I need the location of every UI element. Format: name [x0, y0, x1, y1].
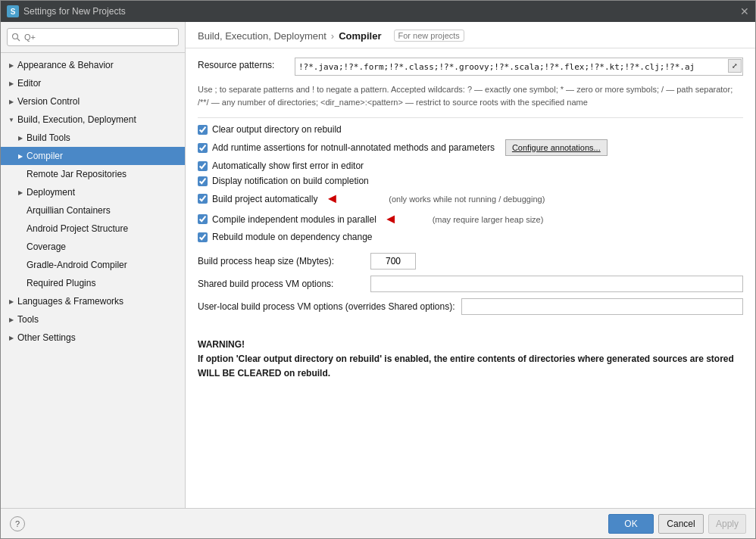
rebuild-module-label: Rebuild module on dependency change [212, 232, 373, 242]
checkbox-show-error: Automatically show first error in editor [198, 160, 743, 171]
sidebar-item-tools[interactable]: ▶Tools [1, 310, 185, 329]
heap-size-input[interactable] [370, 253, 416, 270]
sidebar-item-gradle-android[interactable]: Gradle-Android Compiler [1, 256, 185, 274]
arrow-icon-version-control: ▶ [7, 97, 16, 106]
bottom-bar: ? OK Cancel Apply [1, 508, 755, 538]
sidebar-label-remote-jar: Remote Jar Repositories [27, 169, 127, 179]
sidebar-item-languages[interactable]: ▶Languages & Frameworks [1, 292, 185, 310]
checkbox-rebuild-module: Rebuild module on dependency change [198, 232, 743, 242]
arrow-icon-editor: ▶ [7, 79, 16, 88]
sidebar-item-appearance[interactable]: ▶Appearance & Behavior [1, 56, 185, 74]
breadcrumb-badge: For new projects [394, 30, 464, 42]
sidebar-label-other-settings: Other Settings [17, 332, 76, 343]
clear-output-label: Clear output directory on rebuild [212, 124, 342, 135]
sidebar-tree: ▶Appearance & Behavior▶Editor▶Version Co… [1, 53, 185, 508]
arrow-icon-coverage [16, 242, 25, 251]
shared-vm-row: Shared build process VM options: [198, 276, 743, 292]
hint-text: Use ; to separate patterns and ! to nega… [198, 83, 743, 108]
build-auto-checkbox[interactable] [198, 194, 208, 204]
help-button[interactable]: ? [10, 516, 25, 531]
user-local-vm-input[interactable] [461, 298, 744, 315]
sidebar-item-deployment[interactable]: ▶Deployment [1, 183, 185, 201]
shared-vm-label: Shared build process VM options: [198, 279, 364, 289]
expand-button[interactable]: ⤢ [728, 59, 742, 73]
compile-parallel-note: (may require larger heap size) [433, 215, 544, 224]
resource-patterns-input[interactable] [295, 58, 743, 76]
arrow-icon-deployment: ▶ [16, 188, 25, 197]
sidebar-label-appearance: Appearance & Behavior [17, 60, 114, 70]
arrow-icon-build-tools: ▶ [16, 133, 25, 142]
compile-parallel-checkbox[interactable] [198, 214, 208, 224]
arrow-icon-other-settings: ▶ [7, 333, 16, 342]
shared-vm-input[interactable] [370, 276, 743, 292]
build-auto-label: Build project automatically [212, 194, 317, 204]
sidebar-label-tools: Tools [17, 314, 39, 325]
breadcrumb-path: Build, Execution, Deployment [198, 30, 326, 42]
sidebar-label-gradle-android: Gradle-Android Compiler [27, 260, 127, 270]
sidebar-label-languages: Languages & Frameworks [17, 296, 123, 307]
sidebar-item-build-exec[interactable]: ▼Build, Execution, Deployment [1, 111, 185, 129]
configure-annotations-button[interactable]: Configure annotations... [505, 139, 608, 156]
search-bar [1, 22, 185, 53]
sidebar-item-coverage[interactable]: Coverage [1, 238, 185, 256]
add-assertions-checkbox[interactable] [198, 143, 208, 153]
arrow-icon-required-plugins [16, 279, 25, 288]
sidebar-item-version-control[interactable]: ▶Version Control [1, 92, 185, 111]
main-header: Build, Execution, Deployment › Compiler … [186, 22, 755, 48]
arrow-icon-gradle-android [16, 260, 25, 270]
show-first-error-checkbox[interactable] [198, 161, 208, 171]
rebuild-module-checkbox[interactable] [198, 232, 208, 242]
arrow-icon-build-exec: ▼ [7, 115, 16, 124]
show-first-error-label: Automatically show first error in editor [212, 160, 364, 171]
arrow-icon-compiler: ▶ [16, 151, 25, 160]
sidebar-label-version-control: Version Control [17, 96, 80, 107]
apply-button[interactable]: Apply [708, 514, 746, 534]
sidebar-label-required-plugins: Required Plugins [27, 278, 95, 288]
warning-title: WARNING! [198, 338, 743, 352]
clear-output-checkbox[interactable] [198, 125, 208, 135]
arrow-icon-android-structure [16, 224, 25, 233]
sidebar-item-arquillian[interactable]: Arquillian Containers [1, 201, 185, 220]
sidebar: ▶Appearance & Behavior▶Editor▶Version Co… [1, 22, 186, 508]
warning-section: WARNING! If option 'Clear output directo… [198, 338, 743, 382]
display-notification-label: Display notification on build completion [212, 176, 369, 186]
sidebar-item-remote-jar[interactable]: Remote Jar Repositories [1, 165, 185, 183]
ok-button[interactable]: OK [608, 514, 654, 534]
sidebar-item-compiler[interactable]: ▶Compiler [1, 147, 185, 165]
separator [198, 117, 743, 118]
titlebar: S Settings for New Projects ✕ [1, 1, 755, 22]
main-panel: Build, Execution, Deployment › Compiler … [186, 22, 755, 508]
close-button[interactable]: ✕ [740, 5, 749, 17]
sidebar-item-other-settings[interactable]: ▶Other Settings [1, 329, 185, 347]
sidebar-label-deployment: Deployment [27, 187, 75, 198]
search-input[interactable] [7, 28, 179, 46]
sidebar-label-build-tools: Build Tools [27, 132, 70, 143]
checkbox-compile-parallel: Compile independent modules in parallel … [198, 211, 743, 227]
user-local-vm-label: User-local build process VM options (ove… [198, 301, 455, 312]
heap-size-label: Build process heap size (Mbytes): [198, 256, 364, 266]
user-local-vm-row: User-local build process VM options (ove… [198, 298, 743, 315]
sidebar-label-arquillian: Arquillian Containers [27, 205, 111, 216]
sidebar-label-editor: Editor [17, 78, 41, 89]
app-icon: S [7, 5, 19, 17]
settings-window: S Settings for New Projects ✕ ▶Appearanc… [0, 0, 756, 539]
arrow-icon-arquillian [16, 206, 25, 215]
sidebar-item-build-tools[interactable]: ▶Build Tools [1, 129, 185, 147]
arrow-icon-languages: ▶ [7, 297, 16, 306]
sidebar-item-android-structure[interactable]: Android Project Structure [1, 220, 185, 238]
sidebar-item-editor[interactable]: ▶Editor [1, 74, 185, 92]
checkbox-build-auto: Build project automatically ◄ (only work… [198, 191, 743, 207]
sidebar-item-required-plugins[interactable]: Required Plugins [1, 274, 185, 292]
resource-input-wrapper: ⤢ [295, 58, 743, 76]
breadcrumb-current: Compiler [339, 30, 381, 42]
resource-patterns-label: Resource patterns: [198, 58, 289, 70]
breadcrumb: Build, Execution, Deployment › Compiler … [198, 30, 743, 42]
checkbox-display-notification: Display notification on build completion [198, 176, 743, 186]
display-notification-checkbox[interactable] [198, 176, 208, 186]
build-auto-note: (only works while not running / debuggin… [389, 195, 545, 204]
cancel-button[interactable]: Cancel [658, 514, 704, 534]
red-arrow-2: ◄ [384, 211, 398, 227]
warning-body: If option 'Clear output directory on reb… [198, 352, 743, 381]
arrow-icon-appearance: ▶ [7, 61, 16, 70]
main-content: ▶Appearance & Behavior▶Editor▶Version Co… [1, 22, 755, 508]
